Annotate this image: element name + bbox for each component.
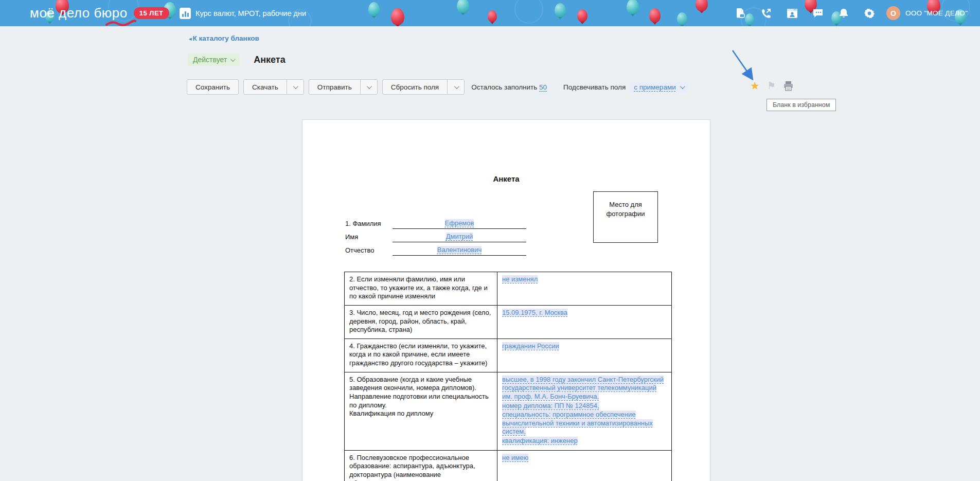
notifications-icon[interactable] — [831, 0, 857, 26]
answer-value[interactable]: не имею — [502, 454, 528, 461]
ribbon-decoration — [105, 20, 136, 26]
chevron-down-icon — [680, 84, 685, 89]
calls-icon[interactable] — [754, 0, 779, 26]
back-triangle-icon: ◂ — [189, 35, 192, 42]
chevron-down-icon — [230, 57, 236, 62]
anketa-table: 2. Если изменяли фамилию, имя или отчест… — [344, 272, 672, 481]
answer-value[interactable]: гражданин России — [502, 342, 559, 350]
reset-dropdown-caret[interactable] — [447, 80, 464, 94]
table-row: 3. Число, месяц, год и место рождения (с… — [345, 305, 672, 339]
question-line: 6. Послевузовское профессиональное образ… — [349, 454, 492, 481]
answer-value[interactable]: 15.09.1975, г. Москва — [502, 309, 567, 316]
question-line: 5. Образование (когда и какие учебные за… — [349, 376, 492, 393]
question-cell: 2. Если изменяли фамилию, имя или отчест… — [345, 272, 497, 306]
flag-icon[interactable]: ⚑ — [767, 81, 776, 91]
settings-icon[interactable] — [857, 0, 882, 26]
rates-link[interactable]: Курс валют, МРОТ, рабочие дни — [180, 0, 306, 26]
answer-value[interactable]: номер диплома: ПП № 124854, — [502, 402, 599, 409]
anniversary-badge: 15 ЛЕТ — [134, 7, 169, 19]
page-title: Анкета — [254, 55, 285, 65]
surname-label: 1. Фамилия — [345, 220, 393, 229]
photo-placeholder-label: Место для фотографии — [602, 200, 649, 242]
toolbar: Сохранить Скачать Отправить Сбросить пол… — [187, 79, 688, 95]
remaining-label: Осталось заполнить — [471, 83, 537, 91]
anketa-table-body: 2. Если изменяли фамилию, имя или отчест… — [345, 272, 672, 481]
save-button[interactable]: Сохранить — [187, 79, 239, 95]
reset-fields-button-label: Сбросить поля — [383, 80, 447, 94]
table-row: 2. Если изменяли фамилию, имя или отчест… — [345, 272, 672, 306]
send-dropdown-caret[interactable] — [360, 80, 377, 94]
firstname-value[interactable]: Дмитрий — [446, 233, 473, 240]
answer-cell[interactable]: 15.09.1975, г. Москва — [497, 305, 672, 339]
answer-value[interactable]: не изменял — [502, 275, 538, 283]
chevron-down-icon — [293, 84, 298, 89]
table-row: 5. Образование (когда и какие учебные за… — [345, 372, 672, 450]
account-menu[interactable]: О ООО "МОЕ ДЕЛО" — [886, 6, 968, 20]
download-dropdown-caret[interactable] — [287, 80, 304, 94]
photo-placeholder-box: Место для фотографии — [593, 191, 658, 243]
document-page: Анкета Место для фотографии 1. Фамилия Е… — [302, 119, 710, 481]
chat-icon[interactable] — [805, 0, 831, 26]
patronymic-field[interactable]: Валентинович — [393, 245, 526, 256]
answer-value[interactable]: специальность: программное обеспечение в… — [502, 411, 653, 435]
surname-row: 1. Фамилия Ефремов — [345, 216, 526, 229]
send-split-button[interactable]: Отправить — [309, 79, 378, 95]
chevron-down-icon — [454, 84, 459, 89]
favorite-tooltip: Бланк в избранном — [767, 99, 836, 111]
back-to-catalog-link[interactable]: ◂К каталогу бланков — [189, 34, 259, 42]
firstname-row: Имя Дмитрий — [345, 229, 526, 242]
question-line: 4. Гражданство (если изменяли, то укажит… — [349, 342, 492, 368]
patronymic-value[interactable]: Валентинович — [437, 246, 482, 254]
question-cell: 3. Число, месяц, год и место рождения (с… — [345, 305, 497, 339]
table-row: 4. Гражданство (если изменяли, то укажит… — [345, 339, 672, 372]
status-dropdown[interactable]: Действует — [188, 54, 239, 66]
question-cell: 6. Послевузовское профессиональное образ… — [345, 450, 497, 481]
answer-cell[interactable]: не изменял — [497, 272, 672, 306]
surname-value[interactable]: Ефремов — [445, 219, 474, 227]
firstname-field[interactable]: Дмитрий — [393, 231, 526, 242]
surname-field[interactable]: Ефремов — [393, 218, 526, 229]
send-button-label: Отправить — [309, 80, 360, 94]
answer-cell[interactable]: гражданин России — [497, 339, 672, 372]
answer-value[interactable]: квалификация: инженер — [502, 437, 578, 444]
account-name: ООО "МОЕ ДЕЛО" — [905, 9, 968, 17]
highlight-mode-value: с примерами — [634, 83, 676, 91]
download-split-button[interactable]: Скачать — [243, 79, 304, 95]
question-line: 3. Число, месяц, год и место рождения (с… — [349, 309, 492, 334]
question-cell: 4. Гражданство (если изменяли, то укажит… — [345, 339, 497, 372]
patronymic-row: Отчество Валентинович — [345, 242, 526, 256]
answer-cell[interactable]: не имею — [497, 450, 672, 481]
chevron-down-icon — [367, 84, 372, 89]
print-icon[interactable] — [783, 81, 794, 91]
question-line: 2. Если изменяли фамилию, имя или отчест… — [349, 275, 492, 301]
download-button-label: Скачать — [244, 80, 287, 94]
document-title: Анкета — [302, 174, 710, 183]
status-label: Действует — [193, 56, 227, 64]
save-button-label: Сохранить — [187, 80, 238, 94]
highlight-fields-label: Подсвечивать поля — [563, 83, 626, 91]
question-line: Направление подготовки или специальность… — [349, 393, 492, 409]
answer-cell[interactable]: высшее, в 1998 году закончил Санкт-Петер… — [497, 372, 672, 450]
annotation-arrow — [729, 47, 757, 83]
top-header-bar: моё дело бюро 15 ЛЕТ Курс валют, МРОТ, р… — [0, 0, 980, 26]
question-line: Квалификация по диплому — [349, 409, 492, 418]
webinar-icon[interactable] — [779, 0, 805, 26]
patronymic-label: Отчество — [345, 246, 393, 256]
firstname-label: Имя — [345, 233, 393, 242]
question-cell: 5. Образование (когда и какие учебные за… — [345, 372, 497, 450]
app-logo[interactable]: моё дело бюро — [30, 5, 128, 21]
rates-link-label: Курс валют, МРОТ, рабочие дни — [195, 9, 306, 17]
docs-lock-icon[interactable] — [728, 0, 754, 26]
answer-value[interactable]: высшее, в 1998 году закончил Санкт-Петер… — [502, 376, 664, 400]
highlight-mode-dropdown[interactable]: с примерами — [630, 82, 688, 93]
rates-chart-icon — [180, 8, 191, 19]
account-avatar: О — [886, 6, 900, 20]
table-row: 6. Послевузовское профессиональное образ… — [345, 450, 672, 481]
name-fields: 1. Фамилия Ефремов Имя Дмитрий Отчество … — [345, 216, 526, 256]
remaining-count-link[interactable]: 50 — [539, 83, 547, 91]
reset-fields-split-button[interactable]: Сбросить поля — [382, 79, 465, 95]
back-link-label: К каталогу бланков — [193, 34, 259, 42]
